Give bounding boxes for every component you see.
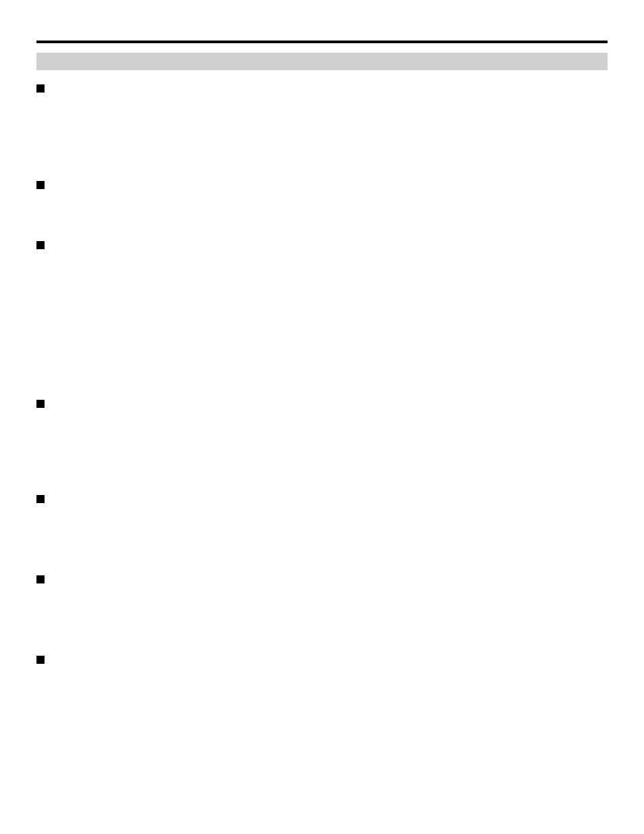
list-item [36,654,608,664]
list-item [36,573,608,583]
top-rule [36,41,608,43]
list-item [36,239,608,249]
list-item [36,179,608,189]
list-item [36,398,608,408]
page-container [0,0,644,664]
square-bullet-icon [36,181,45,189]
square-bullet-icon [36,400,45,408]
square-bullet-icon [36,495,45,503]
square-bullet-icon [36,656,45,664]
square-bullet-icon [36,241,45,249]
heading-bar [36,53,608,70]
bullet-list [36,82,608,664]
list-item [36,493,608,503]
list-item [36,82,608,93]
square-bullet-icon [36,84,45,93]
square-bullet-icon [36,575,45,583]
